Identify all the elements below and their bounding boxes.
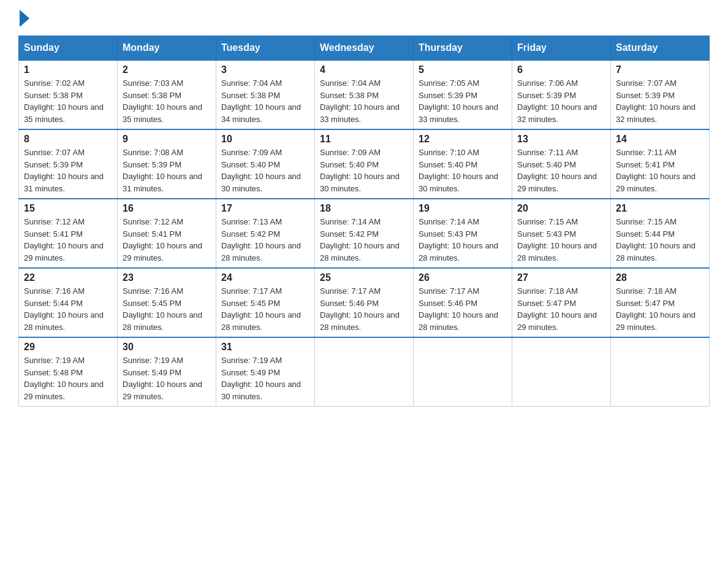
day-number: 27	[517, 272, 605, 283]
calendar-cell: 10 Sunrise: 7:09 AM Sunset: 5:40 PM Dayl…	[216, 129, 315, 199]
calendar-cell: 14 Sunrise: 7:11 AM Sunset: 5:41 PM Dayl…	[611, 129, 710, 199]
day-number: 17	[221, 203, 309, 214]
day-number: 11	[320, 134, 408, 145]
day-info: Sunrise: 7:05 AM Sunset: 5:39 PM Dayligh…	[419, 77, 507, 125]
day-info: Sunrise: 7:14 AM Sunset: 5:43 PM Dayligh…	[419, 216, 507, 264]
calendar-cell: 21 Sunrise: 7:15 AM Sunset: 5:44 PM Dayl…	[611, 199, 710, 268]
calendar-cell	[315, 337, 414, 407]
week-row-5: 29 Sunrise: 7:19 AM Sunset: 5:48 PM Dayl…	[19, 337, 710, 407]
day-number: 23	[123, 272, 211, 283]
week-row-4: 22 Sunrise: 7:16 AM Sunset: 5:44 PM Dayl…	[19, 268, 710, 337]
weekday-header-monday: Monday	[118, 36, 216, 61]
calendar-cell: 5 Sunrise: 7:05 AM Sunset: 5:39 PM Dayli…	[414, 60, 512, 129]
day-number: 31	[221, 342, 309, 353]
calendar-cell: 6 Sunrise: 7:06 AM Sunset: 5:39 PM Dayli…	[512, 60, 611, 129]
calendar-cell: 17 Sunrise: 7:13 AM Sunset: 5:42 PM Dayl…	[216, 199, 315, 268]
day-info: Sunrise: 7:19 AM Sunset: 5:49 PM Dayligh…	[221, 354, 309, 402]
day-info: Sunrise: 7:15 AM Sunset: 5:43 PM Dayligh…	[517, 216, 605, 264]
day-info: Sunrise: 7:16 AM Sunset: 5:44 PM Dayligh…	[24, 285, 112, 333]
day-number: 14	[616, 134, 704, 145]
calendar-table: SundayMondayTuesdayWednesdayThursdayFrid…	[18, 36, 710, 407]
day-number: 10	[221, 134, 309, 145]
day-info: Sunrise: 7:19 AM Sunset: 5:48 PM Dayligh…	[24, 354, 112, 402]
day-info: Sunrise: 7:11 AM Sunset: 5:41 PM Dayligh…	[616, 147, 704, 194]
calendar-cell: 29 Sunrise: 7:19 AM Sunset: 5:48 PM Dayl…	[19, 337, 118, 407]
day-info: Sunrise: 7:18 AM Sunset: 5:47 PM Dayligh…	[616, 285, 704, 333]
day-info: Sunrise: 7:10 AM Sunset: 5:40 PM Dayligh…	[419, 147, 507, 194]
day-number: 13	[517, 134, 605, 145]
calendar-cell: 12 Sunrise: 7:10 AM Sunset: 5:40 PM Dayl…	[414, 129, 512, 199]
day-number: 21	[616, 203, 704, 214]
day-info: Sunrise: 7:12 AM Sunset: 5:41 PM Dayligh…	[24, 216, 112, 264]
calendar-cell: 3 Sunrise: 7:04 AM Sunset: 5:38 PM Dayli…	[216, 60, 315, 129]
week-row-3: 15 Sunrise: 7:12 AM Sunset: 5:41 PM Dayl…	[19, 199, 710, 268]
calendar-cell	[611, 337, 710, 407]
day-number: 26	[419, 272, 507, 283]
calendar-cell	[414, 337, 512, 407]
day-info: Sunrise: 7:17 AM Sunset: 5:45 PM Dayligh…	[221, 285, 309, 333]
day-info: Sunrise: 7:09 AM Sunset: 5:40 PM Dayligh…	[320, 147, 408, 194]
day-number: 19	[419, 203, 507, 214]
calendar-cell: 27 Sunrise: 7:18 AM Sunset: 5:47 PM Dayl…	[512, 268, 611, 337]
day-info: Sunrise: 7:17 AM Sunset: 5:46 PM Dayligh…	[320, 285, 408, 333]
day-number: 4	[320, 64, 408, 75]
day-info: Sunrise: 7:17 AM Sunset: 5:46 PM Dayligh…	[419, 285, 507, 333]
day-info: Sunrise: 7:16 AM Sunset: 5:45 PM Dayligh…	[123, 285, 211, 333]
day-info: Sunrise: 7:14 AM Sunset: 5:42 PM Dayligh…	[320, 216, 408, 264]
day-number: 29	[24, 342, 112, 353]
day-number: 16	[123, 203, 211, 214]
weekday-header-thursday: Thursday	[414, 36, 512, 61]
day-info: Sunrise: 7:03 AM Sunset: 5:38 PM Dayligh…	[123, 77, 211, 125]
page-header	[18, 12, 710, 23]
calendar-cell: 23 Sunrise: 7:16 AM Sunset: 5:45 PM Dayl…	[118, 268, 216, 337]
day-info: Sunrise: 7:02 AM Sunset: 5:38 PM Dayligh…	[24, 77, 112, 125]
day-number: 18	[320, 203, 408, 214]
day-info: Sunrise: 7:06 AM Sunset: 5:39 PM Dayligh…	[517, 77, 605, 125]
day-info: Sunrise: 7:07 AM Sunset: 5:39 PM Dayligh…	[24, 147, 112, 194]
calendar-cell: 4 Sunrise: 7:04 AM Sunset: 5:38 PM Dayli…	[315, 60, 414, 129]
calendar-cell: 1 Sunrise: 7:02 AM Sunset: 5:38 PM Dayli…	[19, 60, 118, 129]
day-info: Sunrise: 7:09 AM Sunset: 5:40 PM Dayligh…	[221, 147, 309, 194]
calendar-cell: 9 Sunrise: 7:08 AM Sunset: 5:39 PM Dayli…	[118, 129, 216, 199]
day-number: 7	[616, 64, 704, 75]
calendar-cell: 30 Sunrise: 7:19 AM Sunset: 5:49 PM Dayl…	[118, 337, 216, 407]
calendar-cell: 19 Sunrise: 7:14 AM Sunset: 5:43 PM Dayl…	[414, 199, 512, 268]
logo	[18, 12, 29, 23]
logo-arrow-icon	[20, 10, 29, 27]
calendar-cell: 13 Sunrise: 7:11 AM Sunset: 5:40 PM Dayl…	[512, 129, 611, 199]
weekday-header-sunday: Sunday	[19, 36, 118, 61]
week-row-1: 1 Sunrise: 7:02 AM Sunset: 5:38 PM Dayli…	[19, 60, 710, 129]
calendar-cell: 7 Sunrise: 7:07 AM Sunset: 5:39 PM Dayli…	[611, 60, 710, 129]
weekday-header-wednesday: Wednesday	[315, 36, 414, 61]
day-info: Sunrise: 7:11 AM Sunset: 5:40 PM Dayligh…	[517, 147, 605, 194]
calendar-cell: 25 Sunrise: 7:17 AM Sunset: 5:46 PM Dayl…	[315, 268, 414, 337]
day-number: 9	[123, 134, 211, 145]
day-info: Sunrise: 7:04 AM Sunset: 5:38 PM Dayligh…	[221, 77, 309, 125]
week-row-2: 8 Sunrise: 7:07 AM Sunset: 5:39 PM Dayli…	[19, 129, 710, 199]
day-info: Sunrise: 7:07 AM Sunset: 5:39 PM Dayligh…	[616, 77, 704, 125]
day-info: Sunrise: 7:18 AM Sunset: 5:47 PM Dayligh…	[517, 285, 605, 333]
calendar-cell: 31 Sunrise: 7:19 AM Sunset: 5:49 PM Dayl…	[216, 337, 315, 407]
day-number: 28	[616, 272, 704, 283]
calendar-cell: 24 Sunrise: 7:17 AM Sunset: 5:45 PM Dayl…	[216, 268, 315, 337]
day-number: 15	[24, 203, 112, 214]
day-number: 30	[123, 342, 211, 353]
day-number: 22	[24, 272, 112, 283]
day-number: 12	[419, 134, 507, 145]
calendar-cell: 11 Sunrise: 7:09 AM Sunset: 5:40 PM Dayl…	[315, 129, 414, 199]
calendar-cell: 18 Sunrise: 7:14 AM Sunset: 5:42 PM Dayl…	[315, 199, 414, 268]
day-number: 3	[221, 64, 309, 75]
day-number: 2	[123, 64, 211, 75]
weekday-header-row: SundayMondayTuesdayWednesdayThursdayFrid…	[19, 36, 710, 61]
calendar-cell: 15 Sunrise: 7:12 AM Sunset: 5:41 PM Dayl…	[19, 199, 118, 268]
calendar-cell: 28 Sunrise: 7:18 AM Sunset: 5:47 PM Dayl…	[611, 268, 710, 337]
weekday-header-friday: Friday	[512, 36, 611, 61]
weekday-header-saturday: Saturday	[611, 36, 710, 61]
day-info: Sunrise: 7:08 AM Sunset: 5:39 PM Dayligh…	[123, 147, 211, 194]
day-info: Sunrise: 7:12 AM Sunset: 5:41 PM Dayligh…	[123, 216, 211, 264]
day-info: Sunrise: 7:13 AM Sunset: 5:42 PM Dayligh…	[221, 216, 309, 264]
calendar-cell: 2 Sunrise: 7:03 AM Sunset: 5:38 PM Dayli…	[118, 60, 216, 129]
day-number: 1	[24, 64, 112, 75]
day-number: 6	[517, 64, 605, 75]
day-info: Sunrise: 7:19 AM Sunset: 5:49 PM Dayligh…	[123, 354, 211, 402]
